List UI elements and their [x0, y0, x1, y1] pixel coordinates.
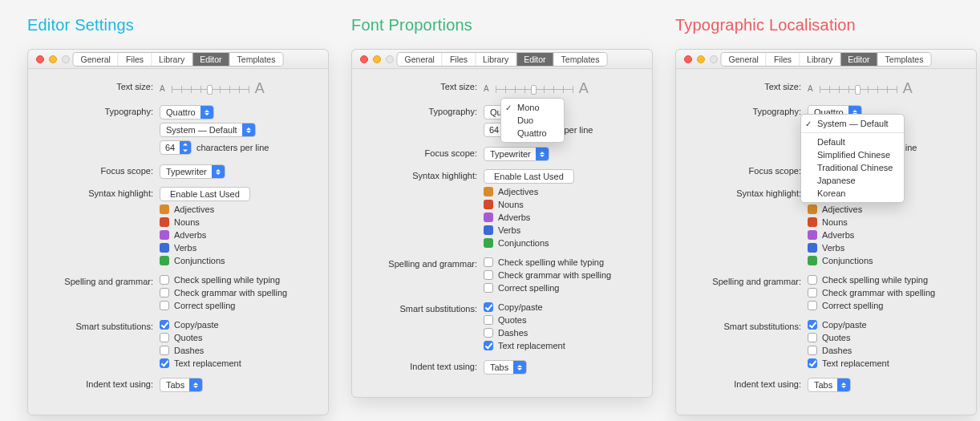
checkbox-quotes[interactable]: Quotes [160, 333, 202, 342]
typography-select[interactable]: Quattro [160, 105, 214, 119]
cpl-stepper[interactable]: 64 [160, 140, 192, 155]
tab-editor[interactable]: Editor [516, 53, 553, 66]
tab-general[interactable]: General [722, 53, 767, 66]
checkbox-dashes[interactable]: Dashes [484, 328, 528, 338]
tab-general[interactable]: General [398, 53, 443, 66]
checkbox-check-grammar-with-spelling[interactable]: Check grammar with spelling [484, 270, 611, 280]
checkbox-correct-spelling[interactable]: Correct spelling [808, 301, 883, 310]
tab-general[interactable]: General [74, 53, 119, 66]
checkbox-correct-spelling[interactable]: Correct spelling [484, 283, 559, 293]
enable-last-used-button[interactable]: Enable Last Used [160, 187, 250, 201]
tab-library[interactable]: Library [800, 53, 840, 66]
menu-item-default[interactable]: Default [801, 132, 904, 148]
row-label: Text size: [363, 80, 484, 91]
checkbox-text-replacement[interactable]: Text replacement [160, 358, 241, 368]
color-swatch-icon [808, 256, 817, 265]
checkbox-check-grammar-with-spelling[interactable]: Check grammar with spelling [808, 288, 935, 298]
focus-scope-select[interactable]: Typewriter [484, 147, 549, 161]
tab-templates[interactable]: Templates [230, 53, 283, 66]
checkbox-copy-paste[interactable]: Copy/paste [808, 320, 867, 330]
checkbox-check-grammar-with-spelling[interactable]: Check grammar with spelling [160, 288, 287, 298]
prefs-window: GeneralFilesLibraryEditorTemplates Text … [27, 49, 329, 415]
tab-library[interactable]: Library [476, 53, 516, 66]
tab-templates[interactable]: Templates [554, 53, 607, 66]
row-label: Syntax highlight: [363, 169, 484, 180]
typography-menu[interactable]: ✓MonoDuoQuattro [500, 98, 565, 143]
text-size-slider[interactable] [172, 83, 249, 95]
checkbox-icon [484, 341, 493, 350]
checkbox-icon [160, 301, 169, 310]
syntax-label: Verbs [174, 243, 196, 253]
checkbox-copy-paste[interactable]: Copy/paste [160, 320, 219, 330]
enable-last-used-button[interactable]: Enable Last Used [484, 169, 574, 184]
column-editor-settings: Editor Settings GeneralFilesLibraryEdito… [27, 16, 329, 415]
menu-item-system-default[interactable]: ✓System — Default [801, 117, 904, 130]
prefs-window: GeneralFilesLibraryEditorTemplates Text … [351, 49, 653, 398]
checkbox-icon [160, 346, 169, 355]
indent-select[interactable]: Tabs [484, 360, 527, 374]
tab-templates[interactable]: Templates [878, 53, 931, 66]
menu-item-quattro[interactable]: Quattro [501, 127, 564, 140]
menu-item-mono[interactable]: ✓Mono [501, 101, 564, 114]
row-label: Focus scope: [687, 164, 808, 176]
menu-item-korean[interactable]: Korean [801, 187, 904, 200]
zoom-icon[interactable] [710, 55, 718, 63]
minimize-icon[interactable] [697, 55, 705, 63]
checkbox-quotes[interactable]: Quotes [808, 333, 850, 342]
text-size-slider[interactable] [496, 83, 573, 95]
chevron-up-down-icon [200, 106, 213, 119]
color-swatch-icon [160, 217, 169, 227]
menu-item-traditional-chinese[interactable]: Traditional Chinese [801, 161, 904, 174]
checkbox-dashes[interactable]: Dashes [160, 346, 204, 355]
indent-select[interactable]: Tabs [160, 378, 203, 392]
checkbox-text-replacement[interactable]: Text replacement [484, 341, 565, 350]
menu-item-duo[interactable]: Duo [501, 114, 564, 127]
color-swatch-icon [808, 243, 817, 253]
focus-scope-select[interactable]: Typewriter [160, 164, 225, 179]
checkbox-correct-spelling[interactable]: Correct spelling [160, 301, 235, 310]
checkbox-check-spelling-while-typing[interactable]: Check spelling while typing [484, 257, 604, 267]
checkbox-icon [808, 275, 817, 285]
checkbox-check-spelling-while-typing[interactable]: Check spelling while typing [808, 275, 928, 285]
tab-files[interactable]: Files [767, 53, 800, 66]
minimize-icon[interactable] [373, 55, 381, 63]
menu-item-japanese[interactable]: Japanese [801, 174, 904, 187]
zoom-icon[interactable] [62, 55, 70, 63]
syntax-label: Conjunctions [174, 256, 225, 265]
check-icon: ✓ [505, 103, 512, 112]
minimize-icon[interactable] [49, 55, 57, 63]
tab-editor[interactable]: Editor [192, 53, 229, 66]
row-label: Typography: [39, 105, 160, 116]
checkbox-label: Check spelling while typing [822, 275, 928, 285]
titlebar: GeneralFilesLibraryEditorTemplates [676, 50, 976, 69]
tab-library[interactable]: Library [152, 53, 192, 66]
color-swatch-icon [160, 204, 169, 214]
text-size-slider[interactable] [820, 83, 897, 95]
system-select[interactable]: System — Default [160, 123, 256, 137]
tab-editor[interactable]: Editor [840, 53, 877, 66]
checkbox-quotes[interactable]: Quotes [484, 315, 526, 325]
chevron-up-down-icon [513, 361, 526, 374]
checkbox-label: Dashes [174, 346, 204, 355]
tab-files[interactable]: Files [119, 53, 152, 66]
menu-item-simplified-chinese[interactable]: Simplified Chinese [801, 148, 904, 161]
tab-files[interactable]: Files [443, 53, 476, 66]
checkbox-text-replacement[interactable]: Text replacement [808, 358, 889, 368]
checkbox-label: Quotes [822, 333, 850, 342]
text-size-small-a: A [160, 84, 165, 93]
checkbox-icon [808, 301, 817, 310]
close-icon[interactable] [360, 55, 368, 63]
close-icon[interactable] [684, 55, 692, 63]
zoom-icon[interactable] [386, 55, 394, 63]
close-icon[interactable] [36, 55, 44, 63]
checkbox-dashes[interactable]: Dashes [808, 346, 852, 355]
indent-select[interactable]: Tabs [808, 378, 851, 392]
row-label: Indent text using: [687, 378, 808, 389]
syntax-adverbs: Adverbs [160, 230, 206, 240]
checkbox-copy-paste[interactable]: Copy/paste [484, 302, 543, 312]
text-size-small-a: A [808, 84, 813, 93]
system-menu[interactable]: ✓System — DefaultDefaultSimplified Chine… [800, 114, 905, 203]
checkbox-check-spelling-while-typing[interactable]: Check spelling while typing [160, 275, 280, 285]
checkbox-icon [808, 346, 817, 355]
checkbox-label: Quotes [174, 333, 202, 342]
